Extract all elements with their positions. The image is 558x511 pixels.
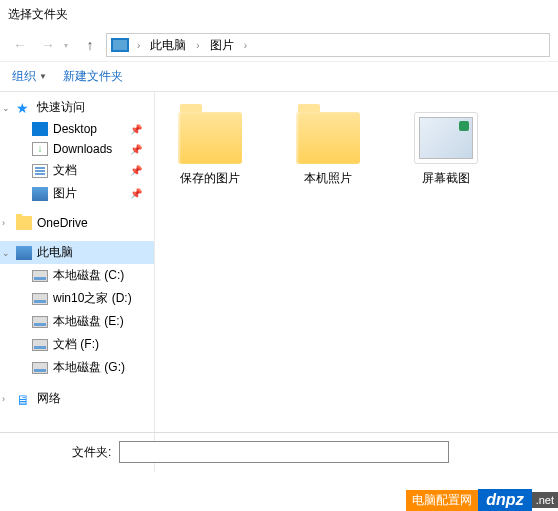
network-icon: 🖥 <box>16 392 32 406</box>
chevron-down-icon: ▼ <box>39 72 47 81</box>
folder-icon <box>414 112 478 164</box>
pc-icon <box>16 246 32 260</box>
sidebar-drive-g[interactable]: 本地磁盘 (G:) <box>0 356 154 379</box>
pictures-icon <box>32 187 48 201</box>
breadcrumb-item[interactable]: 图片 <box>208 37 236 54</box>
chevron-icon: › <box>133 40 144 51</box>
history-dropdown[interactable]: ▾ <box>64 41 74 50</box>
document-icon <box>32 164 48 178</box>
back-button[interactable]: ← <box>8 33 32 57</box>
sidebar-item-downloads[interactable]: Downloads 📌 <box>0 139 154 159</box>
folder-screenshots[interactable]: 屏幕截图 <box>401 112 491 187</box>
navigation-bar: ← → ▾ ↑ › 此电脑 › 图片 › <box>0 29 558 62</box>
drive-icon <box>32 316 48 328</box>
folder-icon <box>178 112 242 164</box>
desktop-icon <box>32 122 48 136</box>
sidebar-drive-f[interactable]: 文档 (F:) <box>0 333 154 356</box>
sidebar-item-documents[interactable]: 文档 📌 <box>0 159 154 182</box>
toolbar: 组织 ▼ 新建文件夹 <box>0 62 558 92</box>
sidebar-drive-e[interactable]: 本地磁盘 (E:) <box>0 310 154 333</box>
drive-icon <box>32 339 48 351</box>
star-icon: ★ <box>16 101 32 115</box>
window-title: 选择文件夹 <box>0 0 558 29</box>
folder-label: 屏幕截图 <box>422 170 470 187</box>
organize-button[interactable]: 组织 ▼ <box>12 68 47 85</box>
drive-icon <box>32 362 48 374</box>
address-bar[interactable]: › 此电脑 › 图片 › <box>106 33 550 57</box>
sidebar-drive-d[interactable]: win10之家 (D:) <box>0 287 154 310</box>
up-button[interactable]: ↑ <box>78 33 102 57</box>
drive-icon <box>32 270 48 282</box>
folder-saved-pictures[interactable]: 保存的图片 <box>165 112 255 187</box>
chevron-icon: › <box>192 40 203 51</box>
sidebar-quick-access[interactable]: ⌄ ★ 快速访问 <box>0 96 154 119</box>
main-area: ⌄ ★ 快速访问 Desktop 📌 Downloads 📌 文档 📌 图片 📌… <box>0 92 558 472</box>
location-icon <box>111 38 129 52</box>
sidebar: ⌄ ★ 快速访问 Desktop 📌 Downloads 📌 文档 📌 图片 📌… <box>0 92 155 472</box>
caret-icon: ⌄ <box>2 103 10 113</box>
watermark: 电脑配置网 dnpz .net <box>406 489 558 511</box>
folder-name-input[interactable] <box>119 441 449 463</box>
forward-button[interactable]: → <box>36 33 60 57</box>
sidebar-this-pc[interactable]: ⌄ 此电脑 <box>0 241 154 264</box>
folder-content[interactable]: 保存的图片 本机照片 屏幕截图 <box>155 92 558 472</box>
caret-icon: › <box>2 394 5 404</box>
folder-label: 保存的图片 <box>180 170 240 187</box>
breadcrumb-item[interactable]: 此电脑 <box>148 37 188 54</box>
new-folder-button[interactable]: 新建文件夹 <box>63 68 123 85</box>
folder-name-bar: 文件夹: <box>0 432 558 471</box>
pin-icon: 📌 <box>130 188 142 199</box>
folder-name-label: 文件夹: <box>24 444 111 461</box>
pin-icon: 📌 <box>130 144 142 155</box>
pin-icon: 📌 <box>130 165 142 176</box>
download-icon <box>32 142 48 156</box>
folder-label: 本机照片 <box>304 170 352 187</box>
caret-icon: ⌄ <box>2 248 10 258</box>
sidebar-item-desktop[interactable]: Desktop 📌 <box>0 119 154 139</box>
folder-icon <box>296 112 360 164</box>
pin-icon: 📌 <box>130 124 142 135</box>
chevron-icon: › <box>240 40 251 51</box>
sidebar-onedrive[interactable]: › OneDrive <box>0 213 154 233</box>
thumbnail <box>419 117 473 159</box>
folder-camera-roll[interactable]: 本机照片 <box>283 112 373 187</box>
caret-icon: › <box>2 218 5 228</box>
sidebar-network[interactable]: › 🖥 网络 <box>0 387 154 410</box>
drive-icon <box>32 293 48 305</box>
folder-icon <box>16 216 32 230</box>
sidebar-item-pictures[interactable]: 图片 📌 <box>0 182 154 205</box>
sidebar-drive-c[interactable]: 本地磁盘 (C:) <box>0 264 154 287</box>
